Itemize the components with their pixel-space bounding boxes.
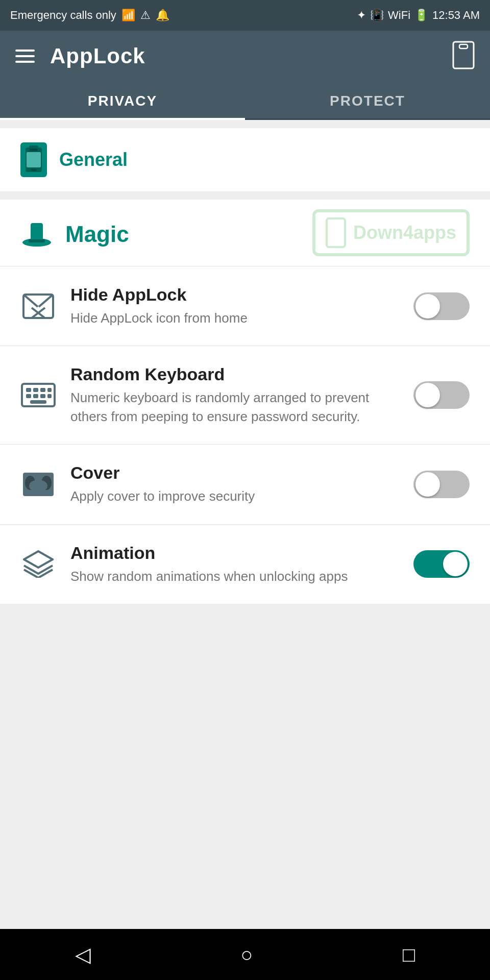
svg-marker-30 xyxy=(24,551,53,568)
hide-applock-text: Hide AppLock Hide AppLock icon from home xyxy=(70,285,399,327)
cover-toggle[interactable] xyxy=(413,471,470,498)
status-bar-text: Emergency calls only xyxy=(10,9,116,22)
animation-toggle[interactable] xyxy=(413,550,470,578)
envelope-x-icon xyxy=(20,293,56,319)
hide-applock-title: Hide AppLock xyxy=(70,285,399,305)
svg-rect-22 xyxy=(40,394,45,398)
hamburger-menu-icon[interactable] xyxy=(15,50,35,63)
toggle-knob xyxy=(415,472,440,497)
svg-line-11 xyxy=(39,295,53,307)
svg-rect-21 xyxy=(33,394,38,398)
app-title: AppLock xyxy=(50,44,145,68)
notification-icon: 🔔 xyxy=(156,9,169,22)
toggle-knob xyxy=(443,552,468,576)
watermark: Down4apps xyxy=(312,209,470,256)
svg-rect-16 xyxy=(26,388,31,392)
tab-bar: PRIVACY PROTECT xyxy=(0,82,490,120)
sim-icon: 📶 xyxy=(121,9,135,22)
svg-rect-18 xyxy=(40,388,45,392)
random-keyboard-text: Random Keyboard Numeric keyboard is rand… xyxy=(70,364,399,426)
status-bar: Emergency calls only 📶 ⚠ 🔔 ✦ 📳 WiFi 🔋 12… xyxy=(0,0,490,31)
cover-desc: Apply cover to improve security xyxy=(70,487,399,505)
tab-protect[interactable]: PROTECT xyxy=(245,82,490,118)
bluetooth-icon: ✦ xyxy=(357,9,366,22)
svg-rect-24 xyxy=(30,400,46,404)
hide-applock-toggle[interactable] xyxy=(413,292,470,320)
tab-privacy[interactable]: PRIVACY xyxy=(0,82,245,118)
general-section: General xyxy=(0,128,490,191)
random-keyboard-item: Random Keyboard Numeric keyboard is rand… xyxy=(0,346,490,444)
svg-rect-20 xyxy=(26,394,31,398)
animation-text: Animation Show random animations when un… xyxy=(70,543,399,585)
svg-rect-1 xyxy=(459,44,468,48)
svg-rect-3 xyxy=(30,149,38,151)
cover-item: Cover Apply cover to improve security xyxy=(0,444,490,524)
batman-icon xyxy=(20,472,56,497)
magic-label: Magic xyxy=(65,222,129,247)
wifi-icon: WiFi xyxy=(388,9,410,22)
animation-title: Animation xyxy=(70,543,399,563)
bottom-nav: ◁ ○ □ xyxy=(0,929,490,980)
vibrate-icon: 📳 xyxy=(370,9,384,22)
svg-rect-29 xyxy=(29,473,47,476)
magic-header: Magic Down4apps xyxy=(0,200,490,266)
alert-icon: ⚠ xyxy=(140,9,151,22)
animation-item: Animation Show random animations when un… xyxy=(0,524,490,604)
phone-icon xyxy=(20,142,47,177)
cover-text: Cover Apply cover to improve security xyxy=(70,463,399,505)
random-keyboard-title: Random Keyboard xyxy=(70,364,399,384)
toggle-knob xyxy=(415,294,440,318)
svg-rect-4 xyxy=(31,169,37,171)
app-bar-left: AppLock xyxy=(15,44,145,68)
magic-section: Magic Down4apps xyxy=(0,200,490,604)
animation-desc: Show random animations when unlocking ap… xyxy=(70,567,399,585)
cover-title: Cover xyxy=(70,463,399,483)
svg-point-28 xyxy=(29,480,47,492)
battery-icon: 🔋 xyxy=(414,9,428,22)
recents-button[interactable]: □ xyxy=(382,938,435,971)
back-button[interactable]: ◁ xyxy=(55,938,111,971)
svg-rect-23 xyxy=(47,394,52,398)
content-area: General Magic Down4apps xyxy=(0,120,490,929)
layers-icon xyxy=(20,550,56,578)
card-icon[interactable] xyxy=(452,41,475,71)
keyboard-icon xyxy=(20,383,56,407)
general-label: General xyxy=(59,149,128,170)
svg-rect-19 xyxy=(47,388,52,392)
time-display: 12:53 AM xyxy=(432,9,480,22)
magic-hat-icon xyxy=(20,218,53,251)
toggle-knob xyxy=(415,383,440,407)
random-keyboard-toggle[interactable] xyxy=(413,381,470,409)
random-keyboard-desc: Numeric keyboard is randomly arranged to… xyxy=(70,388,399,426)
svg-rect-17 xyxy=(33,388,38,392)
app-bar: AppLock xyxy=(0,31,490,82)
svg-rect-8 xyxy=(29,239,45,242)
svg-rect-5 xyxy=(27,152,41,167)
home-button[interactable]: ○ xyxy=(220,938,273,971)
svg-line-10 xyxy=(23,295,38,307)
status-bar-left: Emergency calls only 📶 ⚠ 🔔 xyxy=(10,9,169,22)
hide-applock-item: Hide AppLock Hide AppLock icon from home xyxy=(0,266,490,346)
hide-applock-desc: Hide AppLock icon from home xyxy=(70,309,399,327)
status-bar-right: ✦ 📳 WiFi 🔋 12:53 AM xyxy=(357,9,480,22)
